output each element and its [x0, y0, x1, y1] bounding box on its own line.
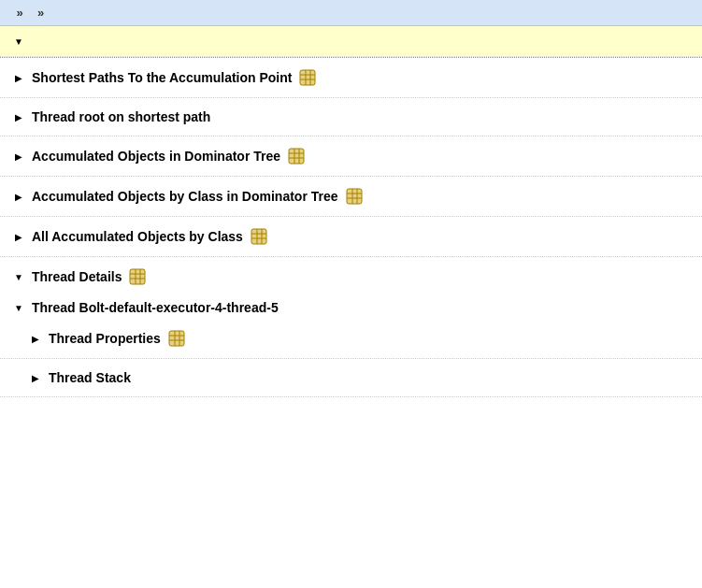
toggle-thread-properties[interactable]	[30, 333, 41, 344]
table-icon	[299, 69, 316, 86]
section-row-accumulated-objects-class-dominator: Accumulated Objects by Class in Dominato…	[0, 177, 702, 217]
section-title-all-accumulated-objects-class: All Accumulated Objects by Class	[32, 229, 243, 244]
section-title-accumulated-objects-dominator: Accumulated Objects in Dominator Tree	[32, 149, 280, 164]
svg-rect-5	[289, 149, 304, 164]
section-row-shortest-paths: Shortest Paths To the Accumulation Point	[0, 58, 702, 98]
section-row-thread-details: Thread Details	[0, 257, 702, 289]
toggle-shortest-paths[interactable]	[13, 72, 24, 83]
section-title-accumulated-objects-class-dominator: Accumulated Objects by Class in Dominato…	[32, 189, 338, 204]
toggle-thread-root[interactable]	[13, 111, 24, 122]
toggle-all-accumulated-objects-class[interactable]	[13, 231, 24, 242]
breadcrumb: » »	[0, 0, 702, 26]
section-row-thread-root: Thread root on shortest path	[0, 98, 702, 136]
svg-rect-20	[130, 269, 145, 284]
sections-container: Shortest Paths To the Accumulation Point…	[0, 58, 702, 397]
section-row-all-accumulated-objects-class: All Accumulated Objects by Class	[0, 217, 702, 257]
svg-rect-0	[300, 70, 315, 85]
section-row-thread-bolt: Thread Bolt-default-executor-4-thread-5	[0, 289, 702, 319]
section-title-thread-details: Thread Details	[32, 269, 122, 284]
section-title-shortest-paths: Shortest Paths To the Accumulation Point	[32, 70, 292, 85]
section-row-accumulated-objects-dominator: Accumulated Objects in Dominator Tree	[0, 136, 702, 177]
svg-rect-15	[251, 229, 266, 244]
section-row-thread-stack: Thread Stack	[0, 359, 702, 397]
table-icon	[168, 330, 185, 347]
table-icon	[346, 188, 363, 205]
toggle-accumulated-objects-class-dominator[interactable]	[13, 191, 24, 202]
breadcrumb-sep-1: »	[13, 6, 26, 20]
section-title-thread-properties: Thread Properties	[49, 331, 161, 346]
description-section	[0, 26, 702, 57]
table-icon	[129, 268, 146, 285]
toggle-accumulated-objects-dominator[interactable]	[13, 151, 24, 162]
toggle-thread-bolt[interactable]	[13, 302, 24, 313]
svg-rect-25	[169, 331, 184, 346]
toggle-thread-stack[interactable]	[30, 372, 41, 383]
section-title-thread-root: Thread root on shortest path	[32, 109, 210, 124]
breadcrumb-sep-2: »	[34, 6, 47, 20]
table-icon	[288, 148, 305, 165]
svg-rect-10	[347, 189, 362, 204]
description-toggle[interactable]	[13, 36, 24, 47]
toggle-thread-details[interactable]	[13, 271, 24, 282]
table-icon	[251, 228, 267, 245]
section-row-thread-properties: Thread Properties	[0, 319, 702, 359]
section-title-thread-stack: Thread Stack	[49, 370, 131, 385]
section-title-thread-bolt: Thread Bolt-default-executor-4-thread-5	[32, 300, 279, 315]
